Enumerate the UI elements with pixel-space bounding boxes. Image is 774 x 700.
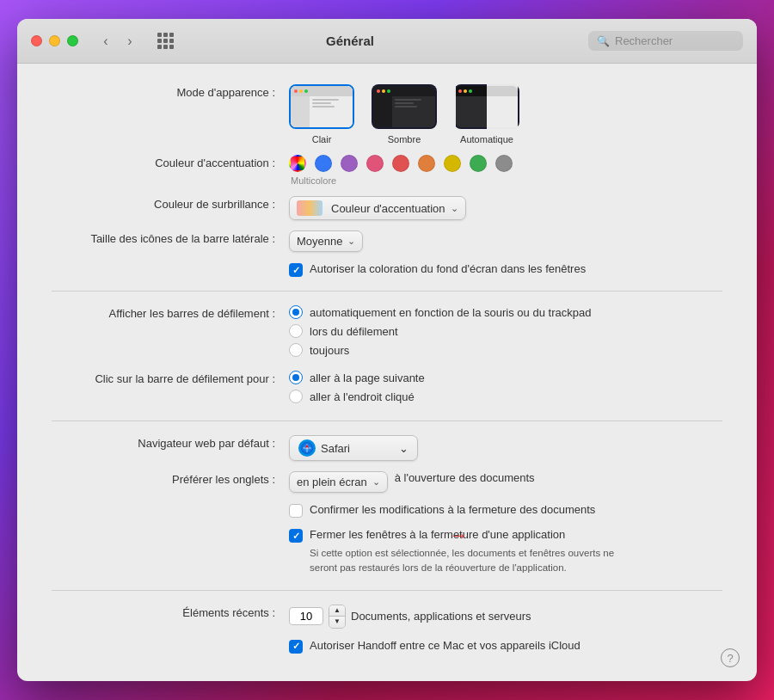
- accent-color-label: Couleur d'accentuation :: [52, 155, 275, 169]
- red-arrow-icon: ←: [449, 525, 468, 547]
- accent-selected-label: Multicolore: [291, 175, 513, 186]
- fullscreen-button[interactable]: [67, 35, 78, 46]
- divider-2: [52, 421, 722, 421]
- appearance-name-clair: Clair: [312, 134, 332, 144]
- safari-icon: [298, 439, 316, 457]
- accent-color-row: Couleur d'accentuation :: [52, 155, 722, 186]
- accent-rose[interactable]: [366, 155, 384, 172]
- surbrillance-value: Couleur d'accentuation: [331, 202, 445, 215]
- wallpaper-checkmark: ✓: [292, 265, 300, 276]
- back-button[interactable]: ‹: [95, 31, 116, 52]
- divider-3: [52, 590, 722, 591]
- onglets-control: en plein écran ⌄ à l'ouverture des docum…: [289, 471, 722, 493]
- appearance-control: Clair: [289, 84, 722, 144]
- accent-graphite[interactable]: [495, 155, 513, 172]
- sidebar-size-select[interactable]: Moyenne ⌄: [289, 230, 363, 252]
- handoff-row: ✓ Autoriser Handoff entre ce Mac et vos …: [52, 639, 722, 654]
- scrollbar-auto-option[interactable]: automatiquement en fonction de la souris…: [289, 305, 591, 319]
- accent-rouge[interactable]: [392, 155, 409, 172]
- close-windows-row: ✓ Fermer les fenêtres à la fermeture d'u…: [52, 528, 722, 576]
- scrollbar-scroll-option[interactable]: lors du défilement: [289, 324, 591, 338]
- onglets-label: Préférer les onglets :: [52, 471, 275, 486]
- sidebar-size-control: Moyenne ⌄: [289, 230, 722, 252]
- handoff-checkbox[interactable]: ✓: [289, 640, 303, 654]
- close-windows-label-spacer: [52, 528, 275, 530]
- onglets-value: en plein écran: [297, 476, 367, 488]
- accent-colors: Multicolore: [289, 155, 513, 186]
- confirm-close-checkbox[interactable]: [289, 504, 303, 518]
- surbrillance-label: Couleur de surbrillance :: [52, 196, 275, 211]
- appearance-thumb-clair[interactable]: [289, 84, 354, 129]
- appearance-thumb-automatique[interactable]: [454, 84, 519, 129]
- sidebar-size-value: Moyenne: [297, 235, 342, 248]
- appearance-option-sombre[interactable]: Sombre: [372, 84, 437, 144]
- appearance-thumb-sombre[interactable]: [372, 84, 437, 129]
- scroll-click-row: Clic sur la barre de défilement pour : a…: [52, 371, 722, 407]
- accent-vert[interactable]: [470, 155, 487, 172]
- browser-row: Navigateur web par défaut : Safari ⌄: [52, 435, 722, 461]
- recent-items-suffix: Documents, applications et serveurs: [351, 610, 531, 623]
- wallpaper-checkbox-label: Autoriser la coloration du fond d'écran …: [310, 262, 586, 275]
- sidebar-size-chevron-icon: ⌄: [347, 236, 355, 247]
- surbrillance-row: Couleur de surbrillance : Couleur d'acce…: [52, 196, 722, 220]
- appearance-name-automatique: Automatique: [460, 134, 513, 144]
- close-button[interactable]: [31, 35, 42, 46]
- traffic-lights: [31, 35, 78, 46]
- appearance-option-automatique[interactable]: Automatique: [454, 84, 519, 144]
- search-bar[interactable]: 🔍 Rechercher: [588, 31, 743, 51]
- accent-bleu[interactable]: [315, 155, 332, 172]
- recent-items-stepper[interactable]: ▲ ▼: [329, 605, 346, 629]
- scrollbars-control: automatiquement en fonction de la souris…: [289, 305, 722, 360]
- close-windows-checkmark: ✓: [292, 531, 300, 542]
- close-windows-checkbox[interactable]: ✓: [289, 529, 303, 543]
- confirm-close-label-spacer: [52, 503, 275, 505]
- accent-jaune[interactable]: [444, 155, 461, 172]
- titlebar: ‹ › Général 🔍 Rechercher: [17, 19, 757, 64]
- scroll-click-location-label: aller à l'endroit cliqué: [310, 390, 415, 403]
- settings-content: Mode d'apparence :: [17, 64, 757, 681]
- surbrillance-preview: [297, 200, 322, 216]
- scroll-click-location-option[interactable]: aller à l'endroit cliqué: [289, 390, 425, 403]
- appearance-option-clair[interactable]: Clair: [289, 84, 354, 144]
- scroll-click-page-radio[interactable]: [289, 371, 303, 384]
- scrollbar-always-radio[interactable]: [289, 343, 303, 357]
- accent-multicolore[interactable]: [289, 155, 306, 172]
- recent-items-input[interactable]: [289, 607, 323, 625]
- confirm-close-control: Confirmer les modifications à la fermetu…: [289, 503, 722, 518]
- browser-control: Safari ⌄: [289, 435, 722, 461]
- scroll-click-page-option[interactable]: aller à la page suivante: [289, 371, 425, 384]
- handoff-checkmark: ✓: [292, 641, 300, 652]
- wallpaper-row: ✓ Autoriser la coloration du fond d'écra…: [52, 262, 722, 277]
- help-button[interactable]: ?: [721, 648, 740, 667]
- stepper-down-button[interactable]: ▼: [329, 617, 345, 628]
- appearance-row: Mode d'apparence :: [52, 84, 722, 144]
- scrollbar-auto-radio[interactable]: [289, 305, 303, 319]
- browser-select[interactable]: Safari ⌄: [289, 435, 418, 461]
- confirm-close-label: Confirmer les modifications à la fermetu…: [310, 503, 595, 516]
- appearance-options: Clair: [289, 84, 519, 144]
- scroll-click-label: Clic sur la barre de défilement pour :: [52, 371, 275, 385]
- onglets-select[interactable]: en plein écran ⌄: [289, 471, 388, 493]
- search-icon: 🔍: [597, 35, 610, 47]
- onglets-row: Préférer les onglets : en plein écran ⌄ …: [52, 471, 722, 493]
- close-windows-subtext: Si cette option est sélectionnée, les do…: [310, 546, 636, 576]
- scroll-click-control: aller à la page suivante aller à l'endro…: [289, 371, 722, 407]
- accent-violet[interactable]: [341, 155, 358, 172]
- browser-value: Safari: [321, 442, 350, 455]
- wallpaper-label: [52, 262, 275, 264]
- surbrillance-select[interactable]: Couleur d'accentuation ⌄: [289, 196, 466, 220]
- browser-label: Navigateur web par défaut :: [52, 435, 275, 450]
- minimize-button[interactable]: [49, 35, 60, 46]
- sidebar-size-row: Taille des icônes de la barre latérale :…: [52, 230, 722, 252]
- scroll-click-location-radio[interactable]: [289, 390, 303, 403]
- close-windows-control: ✓ Fermer les fenêtres à la fermeture d'u…: [289, 528, 722, 576]
- scrollbar-scroll-radio[interactable]: [289, 324, 303, 338]
- stepper-up-button[interactable]: ▲: [329, 605, 345, 617]
- wallpaper-checkbox[interactable]: ✓: [289, 263, 303, 277]
- sidebar-size-label: Taille des icônes de la barre latérale :: [52, 230, 275, 245]
- close-windows-label: Fermer les fenêtres à la fermeture d'une…: [310, 528, 565, 541]
- accent-orange[interactable]: [418, 155, 435, 172]
- recent-items-control: ▲ ▼ Documents, applications et serveurs: [289, 605, 722, 629]
- scrollbar-always-option[interactable]: toujours: [289, 343, 591, 357]
- wallpaper-control: ✓ Autoriser la coloration du fond d'écra…: [289, 262, 722, 277]
